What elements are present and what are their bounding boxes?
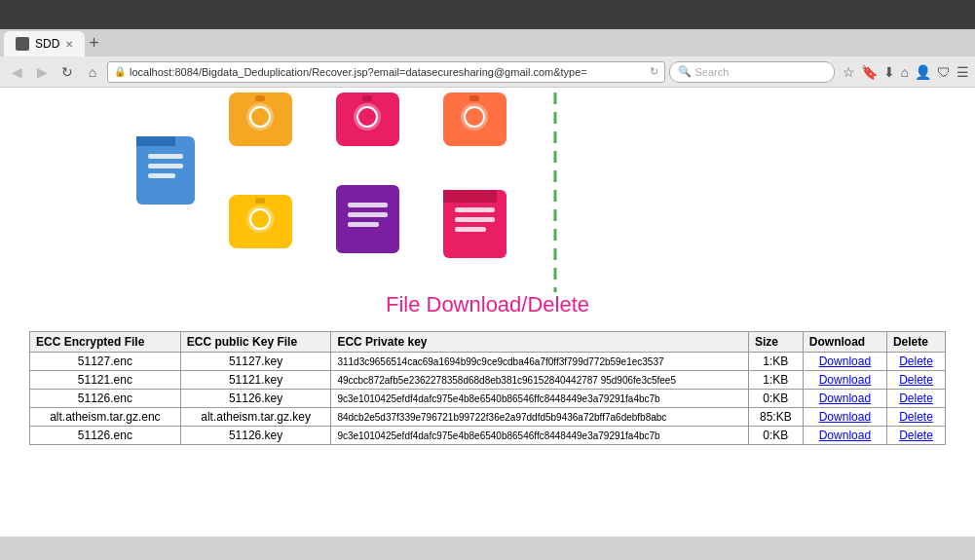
decorative-icons-area [0, 88, 975, 292]
cell-delete[interactable]: Delete [886, 371, 945, 390]
download-link[interactable]: Download [819, 410, 871, 424]
account-icon[interactable]: 👤 [915, 64, 931, 80]
col-header-download: Download [803, 332, 886, 353]
cell-encrypted: 51121.enc [30, 371, 181, 390]
browser-tab[interactable]: SDD ✕ [4, 31, 85, 56]
cell-size: 0:KB [748, 427, 803, 445]
refresh-button[interactable]: ↻ [56, 61, 78, 83]
delete-link[interactable]: Delete [899, 429, 933, 442]
svg-rect-8 [255, 95, 265, 101]
search-bar[interactable]: 🔍 Search [669, 61, 835, 83]
back-button[interactable]: ◀ [6, 61, 27, 83]
table-row: 51126.enc51126.key9c3e1010425efdf4dafc97… [30, 390, 946, 408]
svg-rect-29 [455, 227, 486, 232]
col-header-encrypted: ECC Encrypted File [30, 332, 181, 353]
cell-download[interactable]: Download [803, 427, 886, 445]
cell-private-key: 49ccbc872afb5e2362278358d68d8eb381c96152… [331, 371, 748, 390]
address-bar[interactable]: 🔒 localhost:8084/Bigdata_Deduplication/R… [107, 61, 665, 83]
cell-size: 85:KB [748, 408, 803, 427]
delete-link[interactable]: Delete [899, 392, 933, 405]
nav-bar: ◀ ▶ ↻ ⌂ 🔒 localhost:8084/Bigdata_Dedupli… [0, 56, 975, 88]
table-header-row: ECC Encrypted File ECC public Key File E… [30, 332, 946, 353]
svg-marker-30 [443, 190, 497, 203]
svg-rect-25 [348, 222, 379, 227]
section-title: File Download/Delete [29, 292, 946, 317]
cell-public-key: 51121.key [180, 371, 331, 390]
svg-rect-1 [148, 154, 183, 159]
svg-rect-3 [148, 173, 175, 178]
table-body: 51127.enc51127.key311d3c9656514cac69a169… [30, 353, 946, 445]
table-row: 51121.enc51121.key49ccbc872afb5e23622783… [30, 371, 946, 390]
svg-rect-12 [362, 95, 372, 101]
page-content: File Download/Delete ECC Encrypted File … [0, 88, 975, 537]
cell-delete[interactable]: Delete [886, 353, 945, 371]
col-header-public-key: ECC public Key File [180, 332, 331, 353]
cell-delete[interactable]: Delete [886, 427, 945, 445]
delete-link[interactable]: Delete [899, 373, 933, 387]
svg-rect-23 [348, 203, 388, 207]
lock-icon: 🔒 [114, 66, 126, 77]
table-section: File Download/Delete ECC Encrypted File … [0, 292, 975, 465]
cell-download[interactable]: Download [803, 371, 886, 390]
svg-rect-2 [148, 164, 183, 168]
download-link[interactable]: Download [819, 355, 871, 368]
home-button[interactable]: ⌂ [82, 61, 103, 83]
bookmark-star-icon[interactable]: ☆ [843, 64, 855, 80]
cell-private-key: 9c3e1010425efdf4dafc975e4b8e6540b86546ff… [331, 390, 748, 408]
files-table: ECC Encrypted File ECC public Key File E… [29, 331, 946, 445]
svg-rect-22 [336, 185, 399, 253]
tab-title: SDD [35, 37, 59, 51]
svg-rect-0 [136, 136, 195, 205]
delete-link[interactable]: Delete [899, 410, 933, 424]
title-bar [0, 0, 975, 29]
col-header-private-key: ECC Private key [331, 332, 748, 353]
cell-encrypted: alt.atheism.tar.gz.enc [30, 408, 181, 427]
cell-private-key: 9c3e1010425efdf4dafc975e4b8e6540b86546ff… [331, 427, 748, 445]
tab-close-button[interactable]: ✕ [65, 39, 73, 50]
download-icon[interactable]: ⬇ [883, 64, 895, 80]
cell-download[interactable]: Download [803, 408, 886, 427]
home-icon2[interactable]: ⌂ [901, 64, 909, 80]
delete-link[interactable]: Delete [899, 355, 933, 368]
forward-button[interactable]: ▶ [31, 61, 53, 83]
svg-point-20 [250, 209, 270, 229]
cell-delete[interactable]: Delete [886, 408, 945, 427]
cell-private-key: 84dcb2e5d37f339e796721b99722f36e2a97ddfd… [331, 408, 748, 427]
menu-icon[interactable]: ☰ [956, 64, 969, 80]
status-bar [0, 537, 975, 560]
download-link[interactable]: Download [819, 429, 871, 442]
svg-point-7 [250, 107, 270, 127]
cell-delete[interactable]: Delete [886, 390, 945, 408]
svg-rect-27 [455, 207, 495, 212]
new-tab-button[interactable]: + [89, 34, 99, 52]
cell-public-key: alt.atheism.tar.gz.key [180, 408, 331, 427]
table-row: 51127.enc51127.key311d3c9656514cac69a169… [30, 353, 946, 371]
svg-point-15 [465, 107, 484, 127]
nav-icons: ☆ 🔖 ⬇ ⌂ 👤 🛡 ☰ [843, 64, 969, 80]
table-row: 51126.enc51126.key9c3e1010425efdf4dafc97… [30, 427, 946, 445]
shield-icon[interactable]: 🛡 [937, 64, 951, 80]
cell-encrypted: 51126.enc [30, 427, 181, 445]
download-link[interactable]: Download [819, 392, 871, 405]
download-link[interactable]: Download [819, 373, 871, 387]
svg-point-11 [357, 107, 377, 127]
reload-icon: ↻ [650, 65, 658, 78]
cell-download[interactable]: Download [803, 390, 886, 408]
bookmark-icon[interactable]: 🔖 [861, 64, 878, 80]
cell-private-key: 311d3c9656514cac69a1694b99c9ce9cdba46a7f… [331, 353, 748, 371]
svg-rect-16 [469, 95, 479, 101]
search-placeholder: Search [695, 66, 730, 78]
svg-rect-24 [348, 212, 388, 217]
svg-marker-4 [136, 136, 175, 146]
table-row: alt.atheism.tar.gz.encalt.atheism.tar.gz… [30, 408, 946, 427]
tab-bar: SDD ✕ + [0, 29, 975, 56]
col-header-size: Size [748, 332, 803, 353]
cell-size: 1:KB [748, 371, 803, 390]
col-header-delete: Delete [886, 332, 945, 353]
cell-size: 0:KB [748, 390, 803, 408]
svg-rect-21 [255, 198, 265, 204]
cell-public-key: 51126.key [180, 427, 331, 445]
tab-favicon [16, 37, 29, 51]
cell-download[interactable]: Download [803, 353, 886, 371]
cell-public-key: 51127.key [180, 353, 331, 371]
